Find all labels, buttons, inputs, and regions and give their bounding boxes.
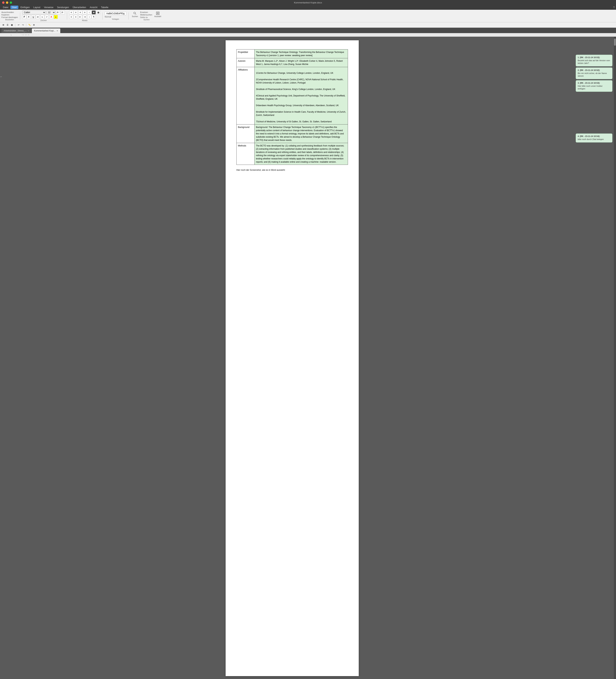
tab2-close-icon[interactable]: ✕	[57, 30, 58, 32]
menu-ueberarbeiten[interactable]: Überarbeiten	[71, 6, 88, 9]
comment-2[interactable]: 2. [RK - 23-11-14 10:52]: Bin mir nicht …	[576, 67, 612, 79]
bold-button[interactable]: F	[22, 15, 26, 19]
help-button[interactable]: ?	[613, 6, 615, 9]
comment-3[interactable]: 3. [RK - 23-11-14 10:53]: Hier bitte noc…	[576, 80, 612, 92]
row-header-projekttitel: Projekttitel	[236, 50, 254, 58]
clipboard-group: Ausschneiden Kopieren Format übertragen …	[1, 11, 18, 21]
document-area: Projekttitel The Behaviour Change Techni…	[10, 37, 574, 679]
font-name-select[interactable]: Calibri	[22, 10, 46, 14]
sort-button[interactable]: ↕	[87, 15, 91, 19]
font-color-button[interactable]: A	[49, 15, 53, 19]
menu-datei[interactable]: Datei	[1, 6, 10, 9]
menu-verweise[interactable]: Verweise	[42, 6, 55, 9]
minimize-button[interactable]	[6, 1, 8, 4]
comment-1-title: 1. [RK - 23-11-14 10:53]:	[578, 56, 610, 59]
window-title: Kommentartest Kopie.docx	[294, 1, 322, 4]
align-center-button[interactable]: ≡	[74, 10, 78, 14]
select-all-button[interactable]: Auswahl	[153, 11, 162, 18]
outdent-button[interactable]: ⇤	[78, 15, 82, 19]
left-margin: 1	[0, 37, 10, 679]
cut-button[interactable]: Ausschneiden	[1, 11, 18, 13]
menu-sendungen[interactable]: Sendungen	[56, 6, 70, 9]
tabs-bar: Arbeitsblätter_Stress_... ✕ Kommentartes…	[0, 28, 616, 33]
search-button[interactable]: Suchen	[131, 11, 139, 18]
comments-sidebar: 1. [RK - 23-11-14 10:53]: Bezieht sich d…	[574, 37, 614, 679]
find-next-label[interactable]: Weitersuchen	[140, 14, 152, 16]
shading-button[interactable]: ■	[92, 10, 96, 14]
border-button[interactable]: ▦	[96, 10, 100, 14]
table-row: Methods The BCTO was developed by: (1) c…	[236, 143, 348, 165]
font-group: Calibri 12 A⁺ A⁻ F K U ab x₂ x² A ▲ Zeic…	[22, 10, 65, 22]
bearbeiten-label: Bearbeiten	[5, 19, 14, 21]
redo-button[interactable]: ↪	[21, 23, 25, 27]
suchen-label: Suchen	[132, 15, 138, 18]
replace-label[interactable]: Ersetzen	[140, 11, 152, 13]
title-bar: Kommentartest Kopie.docx	[0, 0, 616, 5]
paragraph-text: Hier noch der Screenshot, wie es in Word…	[236, 168, 348, 172]
subscript-button[interactable]: x₂	[40, 15, 44, 19]
comment-1[interactable]: 1. [RK - 23-11-14 10:53]: Bezieht sich d…	[576, 55, 612, 66]
comment-4-title: 4. [RK - 23-11-14 10:54]:	[578, 135, 610, 137]
row-header-methods: Methods	[236, 143, 254, 165]
row-header-background: Background	[236, 125, 254, 143]
row-content-affiliations[interactable]: 1Centre for Behaviour Change, University…	[254, 67, 348, 125]
svg-line-1	[135, 14, 136, 14]
copy-button[interactable]: Kopieren	[1, 14, 18, 16]
vertical-scrollbar[interactable]	[614, 37, 616, 679]
row-content-autoren[interactable]: Marta M. Marques 1,2*, Alison J. Wright …	[254, 58, 348, 67]
tab-kommentartest[interactable]: Kommentartest Kopi... ✕	[32, 28, 60, 33]
outline-view-button[interactable]: ☰	[6, 23, 9, 27]
paragraph-group: ≡ ≡ ≡ ≡ ↕ ■ ▦ ≡ ≡ ⇤ ⇥ ↕ ¶ Absatz	[69, 10, 100, 22]
style-preview[interactable]: AaBbCcDdEeFfGg	[105, 12, 126, 15]
tab1-label: Arbeitsblätter_Stress_...	[4, 30, 27, 32]
font-shrink-button[interactable]: A⁻	[61, 10, 65, 14]
row-content-projekttitel[interactable]: The Behaviour Change Technique Ontology:…	[254, 50, 348, 58]
maximize-button[interactable]	[10, 1, 12, 4]
comment-4[interactable]: 4. [RK - 23-11-14 10:54]: bitte noch dur…	[576, 133, 612, 142]
font-grow-button[interactable]: A⁺	[56, 10, 60, 14]
menu-tabelle[interactable]: Tabelle	[99, 6, 110, 9]
italic-button[interactable]: K	[27, 15, 31, 19]
svg-point-0	[134, 12, 135, 14]
table-row: Background Background: The Behaviour Cha…	[236, 125, 348, 143]
comment-3-title: 3. [RK - 23-11-14 10:53]:	[578, 82, 610, 84]
tab1-close-icon[interactable]: ✕	[28, 30, 29, 32]
highlight-button[interactable]: ▲	[54, 15, 58, 19]
row-header-affiliations: Affiliations	[236, 67, 254, 125]
indent-button[interactable]: ⇥	[83, 15, 87, 19]
justify-button[interactable]: ≡	[83, 10, 87, 14]
format-button[interactable]: Format übertragen	[1, 16, 18, 18]
ruler-button[interactable]: 📏	[28, 23, 31, 27]
superscript-button[interactable]: x²	[45, 15, 49, 19]
goto-label[interactable]: Gehe zu	[140, 16, 152, 18]
close-button[interactable]	[2, 1, 4, 4]
table-row: Affiliations 1Centre for Behaviour Chang…	[236, 67, 348, 125]
menu-layout[interactable]: Layout	[32, 6, 42, 9]
suchen-group-label: Suchen	[131, 19, 162, 21]
align-right-button[interactable]: ≡	[78, 10, 82, 14]
font-size-select[interactable]: 12	[46, 10, 56, 14]
strikethrough-button[interactable]: ab	[36, 15, 40, 19]
table-row: Autoren Marta M. Marques 1,2*, Alison J.…	[236, 58, 348, 67]
main-area: 1 Projekttitel The Behaviour Change Tech…	[0, 37, 616, 679]
grid-view-button[interactable]: ⊞	[1, 23, 5, 27]
list-view-button[interactable]: ▦	[10, 23, 14, 27]
row-content-background[interactable]: Background: The Behaviour Change Techniq…	[254, 125, 348, 143]
row-header-autoren: Autoren	[236, 58, 254, 67]
comment-3-text: Hier bitte noch unser Institut einfügen	[578, 85, 610, 90]
tab-arbeitsblaetter[interactable]: Arbeitsblätter_Stress_... ✕	[1, 28, 31, 33]
underline-button[interactable]: U	[31, 15, 35, 19]
bullets-button[interactable]: ≡	[69, 15, 73, 19]
numbered-button[interactable]: ≡	[74, 15, 78, 19]
show-markup-button[interactable]: ¶	[92, 15, 96, 19]
table-row: Projekttitel The Behaviour Change Techni…	[236, 50, 348, 58]
align-left-button[interactable]: ≡	[69, 10, 73, 14]
zoom-in-button[interactable]: ⊕	[32, 23, 36, 27]
menu-start[interactable]: Start	[10, 6, 18, 9]
menu-einfuegen[interactable]: Einfügen	[19, 6, 31, 9]
row-content-methods[interactable]: The BCTO was developed by: (1) collating…	[254, 143, 348, 165]
line-spacing-button[interactable]: ↕	[87, 10, 91, 14]
comment-2-text: Bin mir nicht sicher, ob der Name stimmt	[578, 72, 610, 77]
undo-button[interactable]: ↩	[17, 23, 20, 27]
menu-ansicht[interactable]: Ansicht	[88, 6, 99, 9]
